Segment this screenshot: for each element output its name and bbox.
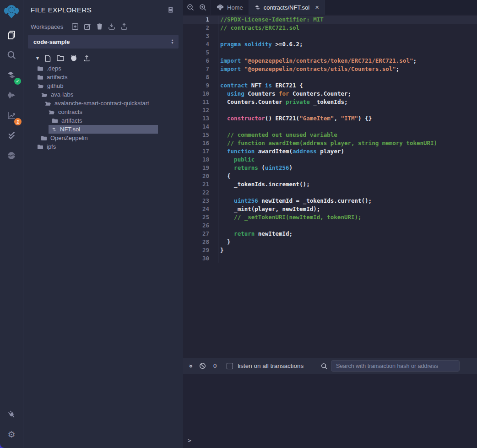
code-text: [218, 106, 220, 114]
folder-open-icon: [44, 101, 51, 106]
terminal-toolbar: » 0 listen on all transactions: [183, 358, 477, 374]
zoom-in-button[interactable]: [198, 2, 208, 12]
transaction-search-input[interactable]: [331, 360, 460, 372]
code-text: }: [218, 246, 224, 254]
tree-item-artifacts[interactable]: artifacts: [23, 73, 183, 81]
listen-transactions-checkbox[interactable]: [227, 363, 233, 369]
code-line-26[interactable]: 26: [183, 221, 477, 230]
code-line-18[interactable]: 18 public: [183, 156, 477, 164]
code-line-5[interactable]: 5: [183, 49, 477, 57]
sidebar-item-file-explorer[interactable]: [0, 25, 23, 45]
expand-terminal-button[interactable]: »: [186, 361, 197, 372]
new-folder-button[interactable]: [57, 55, 64, 61]
sidebar-item-sourcify[interactable]: [0, 146, 23, 166]
folder-closed-icon: [52, 118, 58, 124]
code-line-1[interactable]: 1//SPDX-License-Identifier: MIT: [183, 16, 477, 24]
collapse-tree-button[interactable]: ▾: [36, 55, 39, 61]
code-line-7[interactable]: 7import "@openzeppelin/contracts/utils/C…: [183, 65, 477, 73]
code-text: // contracts/ERC721.sol: [218, 24, 299, 32]
delete-workspace-button[interactable]: [96, 23, 103, 30]
gutter-divider: [209, 180, 218, 189]
zoom-out-button[interactable]: [185, 2, 195, 12]
tree-item-artifacts[interactable]: artifacts: [23, 116, 183, 125]
tree-item-ipfs[interactable]: ipfs: [23, 142, 183, 151]
sidebar-item-unit-testing[interactable]: [0, 125, 23, 146]
code-line-13[interactable]: 13 constructor() ERC721("GameItem", "ITM…: [183, 114, 477, 123]
terminal-output[interactable]: >: [183, 374, 477, 448]
code-line-8[interactable]: 8: [183, 73, 477, 81]
code-line-4[interactable]: 4pragma solidity >=0.6.2;: [183, 40, 477, 49]
tree-item-nft-sol[interactable]: NFT.sol: [23, 125, 183, 134]
code-line-17[interactable]: 17 function awardItem(address player): [183, 147, 477, 156]
tab-home[interactable]: Home: [211, 0, 249, 15]
close-tab-icon[interactable]: ✕: [315, 5, 319, 11]
code-line-22[interactable]: 22: [183, 189, 477, 197]
line-number: 6: [183, 57, 209, 65]
code-line-24[interactable]: 24 _mint(player, newItemId);: [183, 205, 477, 213]
workspace-select[interactable]: code-sample ▲ ▼: [28, 35, 179, 49]
gutter-divider: [209, 197, 218, 205]
line-number: 4: [183, 40, 209, 49]
code-line-15[interactable]: 15 // commented out unused variable: [183, 131, 477, 139]
code-line-14[interactable]: 14: [183, 123, 477, 131]
remix-logo[interactable]: [0, 0, 23, 23]
code-line-9[interactable]: 9contract NFT is ERC721 {: [183, 81, 477, 90]
clear-console-button[interactable]: [197, 361, 208, 372]
code-line-11[interactable]: 11 Counters.Counter private _tokenIds;: [183, 98, 477, 106]
new-file-button[interactable]: [45, 55, 51, 62]
tree-item-github[interactable]: github: [23, 81, 183, 90]
line-number: 16: [183, 139, 209, 147]
tab-contracts-nft-sol[interactable]: contracts/NFT.sol ✕: [249, 0, 325, 15]
tree-item-label: github: [47, 82, 63, 89]
tree-item-contracts[interactable]: contracts: [23, 108, 183, 116]
rename-workspace-button[interactable]: [84, 23, 91, 30]
plug-icon: [7, 410, 16, 419]
double-check-icon: [7, 131, 16, 140]
tree-item--deps[interactable]: .deps: [23, 64, 183, 73]
code-line-2[interactable]: 2// contracts/ERC721.sol: [183, 24, 477, 32]
code-text: import "@openzeppelin/contracts/utils/Co…: [218, 65, 399, 73]
code-line-28[interactable]: 28 }: [183, 238, 477, 246]
plugin-manager-button[interactable]: [0, 404, 23, 424]
code-line-6[interactable]: 6import "@openzeppelin/contracts/token/E…: [183, 57, 477, 65]
settings-button[interactable]: ⚙: [0, 424, 23, 444]
sidebar-item-deploy-run[interactable]: [0, 85, 23, 105]
code-line-20[interactable]: 20 {: [183, 172, 477, 180]
code-line-27[interactable]: 27 return newItemId;: [183, 230, 477, 238]
tree-item-avalanche-smart-contract-quickstart[interactable]: avalanche-smart-contract-quickstart: [23, 99, 183, 108]
code-line-30[interactable]: 30: [183, 254, 477, 263]
restore-workspace-button[interactable]: [120, 23, 128, 30]
upload-file-button[interactable]: [83, 55, 90, 62]
code-line-16[interactable]: 16 // function awardItem(address player,…: [183, 139, 477, 147]
folder-closed-icon: [37, 144, 43, 150]
download-workspace-button[interactable]: [108, 23, 115, 30]
sidebar-item-search[interactable]: [0, 45, 23, 65]
code-editor[interactable]: 1//SPDX-License-Identifier: MIT2// contr…: [183, 15, 477, 358]
editor-zoom-controls: [183, 0, 211, 15]
tree-item-ava-labs[interactable]: ava-labs: [23, 90, 183, 99]
code-line-23[interactable]: 23 uint256 newItemId = _tokenIds.current…: [183, 197, 477, 205]
line-number: 28: [183, 238, 209, 246]
docs-book-button[interactable]: [167, 6, 174, 14]
tree-item-openzeppelin[interactable]: OpenZeppelin: [23, 134, 183, 142]
code-line-19[interactable]: 19 returns (uint256): [183, 164, 477, 172]
chart-icon: [7, 112, 16, 119]
sidebar-item-solidity-compiler[interactable]: ✓: [0, 65, 23, 85]
create-workspace-button[interactable]: [71, 23, 79, 30]
gutter-divider: [209, 24, 218, 32]
code-line-3[interactable]: 3: [183, 32, 477, 40]
gutter-divider: [209, 164, 218, 172]
code-line-12[interactable]: 12: [183, 106, 477, 114]
gutter-divider: [209, 230, 218, 238]
code-text: [218, 254, 220, 263]
compiler-success-badge: ✓: [14, 78, 21, 85]
github-clone-button[interactable]: [70, 54, 77, 62]
code-line-21[interactable]: 21 _tokenIds.increment();: [183, 180, 477, 189]
code-line-10[interactable]: 10 using Counters for Counters.Counter;: [183, 90, 477, 98]
code-line-25[interactable]: 25 // _setTokenURI(newItemId, tokenURI);: [183, 213, 477, 221]
line-number: 15: [183, 131, 209, 139]
code-line-29[interactable]: 29}: [183, 246, 477, 254]
folder-open-icon: [48, 109, 55, 115]
sidebar-item-analytics[interactable]: 1: [0, 105, 23, 125]
files-icon: [7, 30, 16, 40]
